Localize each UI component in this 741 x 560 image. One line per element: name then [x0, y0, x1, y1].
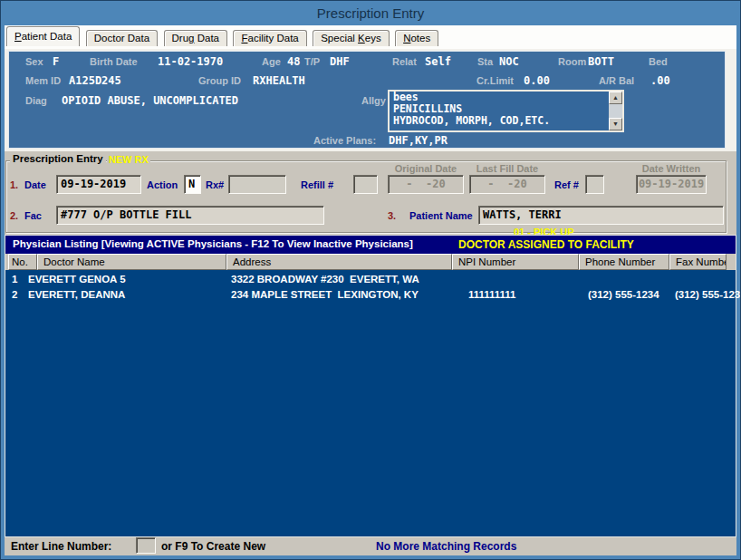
last-fill-date-field: - -20	[469, 175, 545, 194]
refill-input[interactable]	[353, 175, 378, 194]
tab-doctor-data[interactable]: Doctor Data	[86, 30, 158, 46]
prescription-entry-window: Prescription Entry Patient Data Doctor D…	[0, 0, 741, 560]
cell-name: EVERETT GENOA 5	[28, 274, 126, 285]
tab-notes[interactable]: Notes	[395, 30, 438, 46]
scroll-down-icon[interactable]: ▼	[609, 118, 622, 130]
column-header-phone: Phone Number	[579, 254, 669, 270]
status-message: No More Matching Records	[376, 540, 516, 553]
sex-label: Sex	[25, 56, 43, 67]
ref-number-label: Ref #	[554, 179, 579, 190]
memid-value: A125D245	[69, 74, 121, 87]
tab-patient-data[interactable]: Patient Data	[6, 26, 80, 46]
original-date-label: Original Date	[388, 163, 464, 174]
patient-info-panel: Sex F Birth Date 11-02-1970 Age 48 T/P D…	[8, 51, 726, 149]
physician-listing-title: Physician Listing [Viewing ACTIVE Physic…	[13, 238, 413, 249]
allergy-label: Allgy	[361, 95, 386, 106]
ref-number-input[interactable]	[585, 175, 604, 194]
app-surface: Patient Data Doctor Data Drug Data Facil…	[5, 25, 736, 555]
f9-create-new-label: or F9 To Create New	[161, 540, 265, 553]
allergy-listbox[interactable]: bees PENICILLINS HYDROCOD, MORPH, COD,ET…	[388, 90, 624, 132]
column-header-fax: Fax Number	[669, 254, 727, 270]
arbal-label: A/R Bal	[599, 75, 634, 86]
last-fill-date-label: Last Fill Date	[469, 163, 545, 174]
column-header-no: No.	[8, 254, 37, 270]
date-field-number: 1.	[10, 179, 18, 190]
sta-label: Sta	[477, 56, 493, 67]
patient-name-label: Patient Name	[409, 210, 473, 221]
tab-special-keys[interactable]: Special Keys	[313, 30, 390, 46]
diag-value: OPIOID ABUSE, UNCOMPLICATED	[62, 94, 238, 107]
scroll-up-icon[interactable]: ▲	[609, 92, 622, 104]
date-input[interactable]: 09-19-2019	[56, 175, 141, 194]
doctor-assigned-banner: DOCTOR ASSIGNED TO FACILITY	[458, 238, 634, 251]
cell-no: 2	[12, 289, 17, 300]
physician-table-body: 1 EVERETT GENOA 5 3322 BROADWAY #230 EVE…	[5, 270, 736, 536]
date-written-field: 09-19-2019	[636, 175, 707, 194]
allergy-scrollbar[interactable]: ▲ ▼	[609, 92, 622, 130]
room-value: BOTT	[588, 55, 614, 68]
tab-strip: Patient Data Doctor Data Drug Data Facil…	[5, 25, 736, 50]
title-bar: Prescription Entry	[1, 1, 740, 25]
crlimit-label: Cr.Limit	[476, 75, 514, 86]
birthdate-label: Birth Date	[90, 56, 138, 67]
cell-address: 3322 BROADWAY #230 EVERETT, WA	[231, 274, 419, 285]
diag-label: Diag	[25, 95, 47, 106]
memid-label: Mem ID	[25, 75, 61, 86]
fac-label: Fac	[24, 210, 42, 221]
relat-label: Relat	[392, 56, 417, 67]
cell-phone: (312) 555-1234	[588, 289, 659, 300]
fac-field-number: 2.	[10, 210, 18, 221]
rx-number-label: Rx#	[206, 179, 224, 190]
pickup-partial-text: 01 - PICK UP	[514, 227, 574, 235]
birthdate-value: 11-02-1970	[158, 55, 223, 68]
action-label: Action	[147, 179, 178, 190]
groupid-value: RXHEALTH	[253, 74, 305, 87]
tp-value: DHF	[330, 55, 350, 68]
cell-address: 234 MAPLE STREET LEXINGTON, KY	[231, 289, 419, 300]
rx-entry-section: Prescription Entry NEW RX 1. Date 09-19-…	[5, 151, 736, 235]
rx-number-input[interactable]	[228, 175, 286, 194]
date-written-label: Date Written	[636, 163, 707, 174]
tp-label: T/P	[304, 56, 320, 67]
refill-label: Refill #	[301, 179, 333, 190]
rx-entry-group-label: Prescription Entry	[10, 153, 106, 164]
patient-name-input[interactable]: WATTS, TERRI	[478, 206, 724, 225]
line-number-input[interactable]	[136, 537, 156, 554]
table-row[interactable]: 1 EVERETT GENOA 5 3322 BROADWAY #230 EVE…	[5, 274, 736, 289]
new-rx-badge: NEW RX	[107, 154, 150, 165]
cell-name: EVERETT, DEANNA	[28, 289, 125, 300]
date-label: Date	[24, 179, 46, 190]
sex-value: F	[53, 55, 59, 68]
patient-field-number: 3.	[388, 210, 396, 221]
tab-facility-data[interactable]: Facility Data	[233, 30, 306, 46]
active-plans-label: Active Plans:	[313, 135, 376, 146]
table-row[interactable]: 2 EVERETT, DEANNA 234 MAPLE STREET LEXIN…	[5, 289, 736, 304]
relat-value: Self	[425, 55, 451, 68]
facility-input[interactable]: #777 O/P BOTTLE FILL	[56, 206, 324, 225]
original-date-field: - -20	[388, 175, 464, 194]
window-title: Prescription Entry	[317, 5, 424, 21]
column-header-npi: NPI Number	[452, 254, 579, 270]
arbal-value: .00	[650, 74, 670, 87]
column-header-doctor-name: Doctor Name	[37, 254, 226, 270]
age-label: Age	[262, 56, 281, 67]
tab-drug-data[interactable]: Drug Data	[164, 30, 227, 46]
column-header-address: Address	[226, 254, 452, 270]
cell-no: 1	[12, 274, 17, 285]
sta-value: NOC	[499, 55, 519, 68]
physician-table-header: No. Doctor Name Address NPI Number Phone…	[5, 254, 736, 270]
cell-fax: (312) 555-1235	[675, 289, 741, 300]
enter-line-number-label: Enter Line Number:	[11, 540, 111, 553]
groupid-label: Group ID	[198, 75, 241, 86]
age-value: 48	[287, 55, 300, 68]
allergy-item[interactable]: HYDROCOD, MORPH, COD,ETC.	[390, 115, 622, 127]
cell-npi: 111111111	[468, 289, 516, 300]
footer-bar: Enter Line Number: or F9 To Create New N…	[5, 537, 736, 555]
active-plans-value: DHF,KY,PR	[389, 134, 447, 147]
physician-listing-panel: Physician Listing [Viewing ACTIVE Physic…	[5, 235, 736, 537]
crlimit-value: 0.00	[524, 74, 550, 87]
bed-label: Bed	[649, 56, 668, 67]
patient-band: Sex F Birth Date 11-02-1970 Age 48 T/P D…	[5, 49, 736, 151]
room-label: Room	[558, 56, 586, 67]
action-input[interactable]: N	[184, 175, 201, 194]
